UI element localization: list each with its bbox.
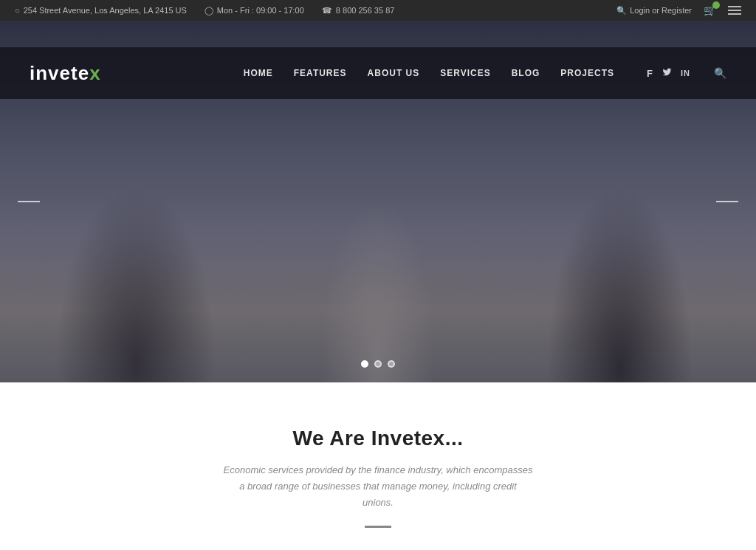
hours-text: Mon - Fri : 09:00 - 17:00 xyxy=(217,6,304,15)
top-bar-right: 🔍 Login or Register 🛒 xyxy=(616,4,741,16)
arrow-line-left xyxy=(18,201,40,202)
logo-x: x xyxy=(89,62,100,85)
site-logo[interactable]: invetex xyxy=(30,62,101,85)
nav-home[interactable]: HOME xyxy=(244,68,273,78)
address-text: 254 Street Avenue, Los Angeles, LA 2415 … xyxy=(24,6,187,15)
slider-prev[interactable] xyxy=(18,201,40,202)
facebook-link[interactable]: f xyxy=(647,68,653,79)
top-bar-left: ○ 254 Street Avenue, Los Angeles, LA 241… xyxy=(15,6,394,16)
search-small-icon: 🔍 xyxy=(616,6,627,16)
slider-dot-2[interactable] xyxy=(374,360,382,368)
hamburger-menu[interactable] xyxy=(728,6,741,15)
cart-wrap[interactable]: 🛒 xyxy=(704,4,716,16)
hamburger-line-1 xyxy=(728,6,741,7)
nav-services[interactable]: SERVICES xyxy=(440,68,490,78)
slider-dot-1[interactable] xyxy=(361,360,368,368)
twitter-link[interactable] xyxy=(662,67,672,79)
address-item: ○ 254 Street Avenue, Los Angeles, LA 241… xyxy=(15,6,187,15)
nav-features[interactable]: FEATURES xyxy=(294,68,347,78)
main-header: invetex HOME FEATURES ABOUT US SERVICES … xyxy=(0,47,756,99)
nav-blog[interactable]: BLOG xyxy=(512,68,540,78)
twitter-icon xyxy=(662,67,672,77)
logo-text: invete xyxy=(30,62,89,85)
nav-projects[interactable]: PROJECTS xyxy=(560,68,614,78)
hours-item: ◯ Mon - Fri : 09:00 - 17:00 xyxy=(205,6,304,16)
section-title: We Are Invetex... xyxy=(30,427,726,450)
section-divider xyxy=(365,526,391,528)
main-nav: HOME FEATURES ABOUT US SERVICES BLOG PRO… xyxy=(244,67,726,79)
cart-badge xyxy=(712,1,720,9)
phone-icon: ☎ xyxy=(322,6,332,16)
linkedin-link[interactable]: in xyxy=(681,69,690,78)
location-icon: ○ xyxy=(15,6,20,15)
section-subtitle: Economic services provided by the financ… xyxy=(223,462,533,511)
slider-dot-3[interactable] xyxy=(388,360,395,368)
slider-next[interactable] xyxy=(716,201,738,202)
hero-section: invetex HOME FEATURES ABOUT US SERVICES … xyxy=(0,21,756,382)
hamburger-line-3 xyxy=(728,13,741,15)
phone-text: 8 800 256 35 87 xyxy=(336,6,395,15)
slider-dots xyxy=(361,360,395,368)
nav-about[interactable]: ABOUT US xyxy=(368,68,420,78)
content-section: We Are Invetex... Economic services prov… xyxy=(0,382,756,550)
nav-search-icon[interactable]: 🔍 xyxy=(714,67,726,79)
nav-social: f in xyxy=(647,67,690,79)
login-link[interactable]: 🔍 Login or Register xyxy=(616,6,692,16)
phone-item: ☎ 8 800 256 35 87 xyxy=(322,6,395,16)
hamburger-line-2 xyxy=(728,10,741,11)
clock-icon: ◯ xyxy=(205,6,213,16)
arrow-line-right xyxy=(716,201,738,202)
top-bar: ○ 254 Street Avenue, Los Angeles, LA 241… xyxy=(0,0,756,21)
